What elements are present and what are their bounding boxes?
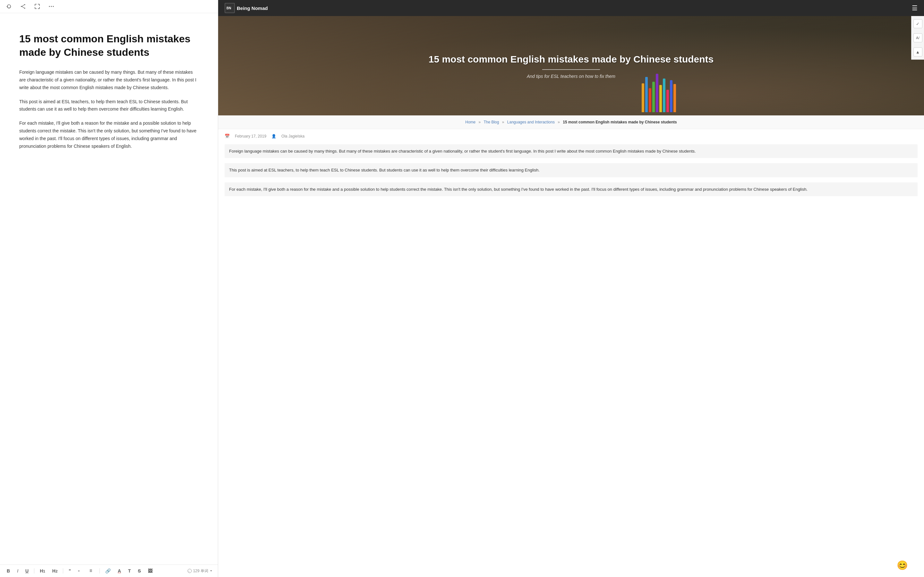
h2-button[interactable]: H2 bbox=[51, 567, 59, 574]
quote-button[interactable]: " bbox=[67, 567, 73, 574]
svg-point-7 bbox=[53, 6, 54, 7]
svg-point-2 bbox=[21, 6, 22, 7]
editor-panel: 15 most common English mistakes made by … bbox=[0, 0, 218, 577]
post-body: Foreign language mistakes can be caused … bbox=[218, 141, 924, 211]
underline-button[interactable]: U bbox=[24, 567, 30, 574]
breadcrumb-category[interactable]: Languages and Interactions bbox=[507, 120, 555, 124]
check-icon[interactable]: ✓ bbox=[913, 19, 922, 28]
editor-format-bar: B I U H1 H2 " ≡ ☰ 🔗 A T S 🖼 i 129 单词 bbox=[0, 564, 218, 577]
svg-point-5 bbox=[49, 6, 50, 7]
bottom-emoji: 😊 bbox=[897, 560, 908, 571]
svg-point-0 bbox=[24, 4, 25, 5]
strikethrough-button[interactable]: S bbox=[136, 567, 142, 574]
hero-section: 15 most common English mistakes made by … bbox=[218, 16, 924, 115]
breadcrumb-sep-3: » bbox=[557, 120, 560, 124]
format-icon[interactable]: A/ bbox=[913, 33, 922, 42]
post-author: Ola Jagielska bbox=[281, 134, 304, 139]
separator-1 bbox=[34, 568, 34, 574]
svg-point-1 bbox=[24, 8, 25, 9]
paragraph-2: This post is aimed at ESL teachers, to h… bbox=[19, 98, 199, 113]
right-sidebar-icons: ✓ A/ ▲ bbox=[911, 16, 924, 60]
link-button[interactable]: 🔗 bbox=[103, 567, 112, 574]
text-color-button[interactable]: A bbox=[116, 567, 123, 574]
paragraph-1: Foreign language mistakes can be caused … bbox=[19, 69, 199, 91]
image-button[interactable]: 🖼 bbox=[146, 567, 154, 574]
h1-button[interactable]: H1 bbox=[38, 567, 47, 574]
post-date: February 17, 2019 bbox=[235, 134, 266, 139]
expand-button[interactable] bbox=[33, 3, 41, 10]
italic-button[interactable]: I bbox=[15, 567, 20, 574]
hero-text-block: 15 most common English mistakes made by … bbox=[422, 47, 720, 85]
site-logo: BN Being Nomad bbox=[225, 3, 268, 13]
editor-content-area[interactable]: 15 most common English mistakes made by … bbox=[0, 13, 218, 564]
post-paragraph-1: Foreign language mistakes can be caused … bbox=[225, 144, 918, 158]
word-count-area: i 129 单词 bbox=[187, 568, 213, 574]
text-style-button[interactable]: T bbox=[126, 567, 132, 574]
separator-3 bbox=[99, 568, 100, 574]
logo-text: Being Nomad bbox=[237, 5, 268, 11]
svg-line-3 bbox=[22, 5, 24, 6]
breadcrumb-current: 15 most common English mistakes made by … bbox=[563, 120, 677, 124]
share-button[interactable] bbox=[19, 3, 27, 10]
svg-line-4 bbox=[22, 6, 24, 8]
post-paragraph-2: This post is aimed at ESL teachers, to h… bbox=[225, 163, 918, 177]
unordered-list-button[interactable]: ☰ bbox=[88, 568, 95, 574]
paragraph-3: For each mistake, I'll give both a reaso… bbox=[19, 119, 199, 150]
breadcrumb-blog[interactable]: The Blog bbox=[483, 120, 499, 124]
svg-text:BN: BN bbox=[226, 6, 231, 10]
logo-icon: BN bbox=[225, 3, 235, 13]
editor-top-toolbar bbox=[0, 0, 218, 13]
hero-subtitle: And tips for ESL teachers on how to fix … bbox=[429, 74, 714, 79]
website-content[interactable]: BN Being Nomad ☰ bbox=[218, 0, 924, 577]
bold-button[interactable]: B bbox=[5, 567, 11, 574]
more-button[interactable] bbox=[47, 5, 55, 8]
post-meta: 📅 February 17, 2019 👤 Ola Jagielska bbox=[218, 129, 924, 141]
author-icon: 👤 bbox=[271, 134, 276, 139]
ordered-list-button[interactable]: ≡ bbox=[76, 568, 84, 574]
breadcrumb: Home » The Blog » Languages and Interact… bbox=[218, 115, 924, 129]
calendar-icon: 📅 bbox=[225, 134, 230, 139]
breadcrumb-sep-1: » bbox=[479, 120, 481, 124]
hero-title: 15 most common English mistakes made by … bbox=[429, 53, 714, 65]
separator-2 bbox=[63, 568, 63, 574]
svg-text:≡: ≡ bbox=[78, 569, 79, 572]
breadcrumb-home[interactable]: Home bbox=[465, 120, 475, 124]
browser-panel: BN Being Nomad ☰ bbox=[218, 0, 924, 577]
hero-divider bbox=[542, 69, 600, 70]
post-paragraph-3: For each mistake, I'll give both a reaso… bbox=[225, 182, 918, 196]
word-count-text: 129 单词 bbox=[193, 568, 208, 574]
hamburger-menu[interactable]: ☰ bbox=[912, 4, 918, 12]
svg-text:i: i bbox=[189, 570, 189, 573]
refresh-button[interactable] bbox=[5, 3, 13, 10]
site-navigation: BN Being Nomad ☰ bbox=[218, 0, 924, 16]
breadcrumb-sep-2: » bbox=[502, 120, 504, 124]
layer-icon[interactable]: ▲ bbox=[913, 47, 922, 56]
article-title: 15 most common English mistakes made by … bbox=[19, 32, 199, 59]
svg-point-6 bbox=[51, 6, 52, 7]
svg-point-10 bbox=[188, 569, 192, 573]
svg-text:☰: ☰ bbox=[89, 569, 92, 572]
